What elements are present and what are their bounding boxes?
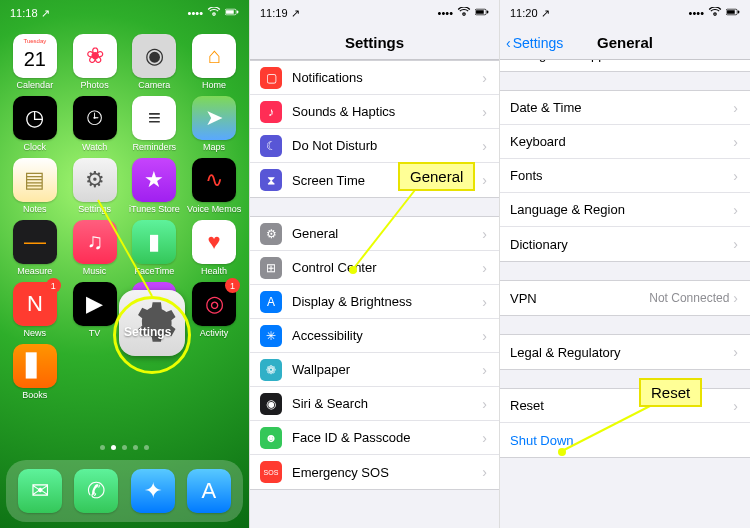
- chevron-right-icon: ›: [482, 396, 487, 412]
- notes-icon: ▤: [13, 158, 57, 202]
- app-label: Voice Memos: [187, 204, 241, 214]
- app-label: TV: [89, 328, 101, 338]
- general-row-dictionary[interactable]: Dictionary›: [500, 227, 750, 261]
- general-row-keyboard[interactable]: Keyboard›: [500, 125, 750, 159]
- app-notes[interactable]: ▤Notes: [6, 158, 64, 214]
- status-time: 11:19: [260, 7, 288, 19]
- app-photos[interactable]: ❀Photos: [66, 34, 124, 90]
- app-facetime[interactable]: ▮FaceTime: [126, 220, 184, 276]
- wifi-icon: [708, 7, 722, 19]
- general-list[interactable]: Background App Refresh›Date & Time›Keybo…: [500, 50, 750, 528]
- chevron-right-icon: ›: [733, 236, 738, 252]
- svg-rect-6: [487, 11, 488, 14]
- general-row-vpn[interactable]: VPNNot Connected›: [500, 281, 750, 315]
- row-label: Dictionary: [510, 237, 733, 252]
- app-measure[interactable]: —Measure: [6, 220, 64, 276]
- row-label: Control Center: [292, 260, 482, 275]
- chevron-right-icon: ›: [733, 344, 738, 360]
- row-label: Language & Region: [510, 202, 733, 217]
- settings-row-emergency-sos[interactable]: SOSEmergency SOS›: [250, 455, 499, 489]
- app-activity[interactable]: ◎1Activity: [185, 282, 243, 338]
- app-settings[interactable]: ⚙Settings: [66, 158, 124, 214]
- row-label: Do Not Disturb: [292, 138, 482, 153]
- phone-icon[interactable]: ✆: [74, 469, 118, 513]
- app-news[interactable]: N1News: [6, 282, 64, 338]
- calendar-icon: Tuesday21: [13, 34, 57, 78]
- chevron-right-icon: ›: [482, 328, 487, 344]
- settings-icon: ⚙: [73, 158, 117, 202]
- svg-rect-9: [727, 10, 735, 14]
- settings-row-sounds-haptics[interactable]: ♪Sounds & Haptics›: [250, 95, 499, 129]
- app-itunes-store[interactable]: ★iTunes Store: [126, 158, 184, 214]
- general-row-reset[interactable]: Reset›: [500, 389, 750, 423]
- chevron-right-icon: ›: [733, 290, 738, 306]
- messages-icon[interactable]: ✉︎: [18, 469, 62, 513]
- app-reminders[interactable]: ≡Reminders: [126, 96, 184, 152]
- row-label: Siri & Search: [292, 396, 482, 411]
- settings-row-wallpaper[interactable]: ❁Wallpaper›: [250, 353, 499, 387]
- health-icon: ♥: [192, 220, 236, 264]
- general-row-fonts[interactable]: Fonts›: [500, 159, 750, 193]
- watch-icon: ⌚︎: [73, 96, 117, 140]
- clock-icon: ◷: [13, 96, 57, 140]
- dock: ✉︎✆✦A: [6, 460, 243, 522]
- battery-icon: [726, 7, 740, 19]
- row-label: Fonts: [510, 168, 733, 183]
- app-home[interactable]: ⌂Home: [185, 34, 243, 90]
- app-label: Camera: [138, 80, 170, 90]
- screen-time-icon: ⧗: [260, 169, 282, 191]
- callout-dot: [558, 448, 566, 456]
- control-center-icon: ⊞: [260, 257, 282, 279]
- general-panel: 11:20 ↗ •••• ‹ Settings General Backgrou…: [500, 0, 750, 528]
- settings-row-siri-search[interactable]: ◉Siri & Search›: [250, 387, 499, 421]
- settings-row-accessibility[interactable]: ✳︎Accessibility›: [250, 319, 499, 353]
- chevron-right-icon: ›: [482, 70, 487, 86]
- settings-row-control-center[interactable]: ⊞Control Center›: [250, 251, 499, 285]
- app-clock[interactable]: ◷Clock: [6, 96, 64, 152]
- app-label: News: [24, 328, 47, 338]
- settings-row-face-id-passcode[interactable]: ☻Face ID & Passcode›: [250, 421, 499, 455]
- settings-list[interactable]: ▢Notifications›♪Sounds & Haptics›☾Do Not…: [250, 60, 499, 528]
- app-maps[interactable]: ➤Maps: [185, 96, 243, 152]
- chevron-right-icon: ›: [482, 226, 487, 242]
- app-calendar[interactable]: Tuesday21Calendar: [6, 34, 64, 90]
- back-button[interactable]: ‹ Settings: [506, 26, 563, 60]
- face-id-passcode-icon: ☻: [260, 427, 282, 449]
- app-watch[interactable]: ⌚︎Watch: [66, 96, 124, 152]
- appstore-icon[interactable]: A: [187, 469, 231, 513]
- chevron-right-icon: ›: [482, 464, 487, 480]
- general-row-language-region[interactable]: Language & Region›: [500, 193, 750, 227]
- general-row-legal-regulatory[interactable]: Legal & Regulatory›: [500, 335, 750, 369]
- page-indicator[interactable]: [0, 445, 249, 450]
- status-bar: 11:20 ↗ ••••: [500, 0, 750, 26]
- app-health[interactable]: ♥Health: [185, 220, 243, 276]
- general-row-shut-down[interactable]: Shut Down: [500, 423, 750, 457]
- settings-row-display-brightness[interactable]: ADisplay & Brightness›: [250, 285, 499, 319]
- accessibility-icon: ✳︎: [260, 325, 282, 347]
- camera-icon: ◉: [132, 34, 176, 78]
- settings-row-notifications[interactable]: ▢Notifications›: [250, 61, 499, 95]
- settings-row-general[interactable]: ⚙General›: [250, 217, 499, 251]
- settings-row-do-not-disturb[interactable]: ☾Do Not Disturb›: [250, 129, 499, 163]
- settings-app-large[interactable]: [119, 290, 185, 356]
- app-books[interactable]: ▋Books: [6, 344, 64, 400]
- itunes-store-icon: ★: [132, 158, 176, 202]
- do-not-disturb-icon: ☾: [260, 135, 282, 157]
- general-row-date-time[interactable]: Date & Time›: [500, 91, 750, 125]
- row-label: Accessibility: [292, 328, 482, 343]
- app-voice-memos[interactable]: ∿Voice Memos: [185, 158, 243, 214]
- row-label: VPN: [510, 291, 649, 306]
- app-tv[interactable]: ▶TV: [66, 282, 124, 338]
- app-label: Calendar: [17, 80, 54, 90]
- app-label: Reminders: [133, 142, 177, 152]
- news-icon: N1: [13, 282, 57, 326]
- app-camera[interactable]: ◉Camera: [126, 34, 184, 90]
- safari-icon[interactable]: ✦: [131, 469, 175, 513]
- sounds-haptics-icon: ♪: [260, 101, 282, 123]
- row-label: Date & Time: [510, 100, 733, 115]
- chevron-right-icon: ›: [733, 100, 738, 116]
- app-music[interactable]: ♫Music: [66, 220, 124, 276]
- app-label: Notes: [23, 204, 47, 214]
- chevron-right-icon: ›: [482, 260, 487, 276]
- chevron-right-icon: ›: [733, 168, 738, 184]
